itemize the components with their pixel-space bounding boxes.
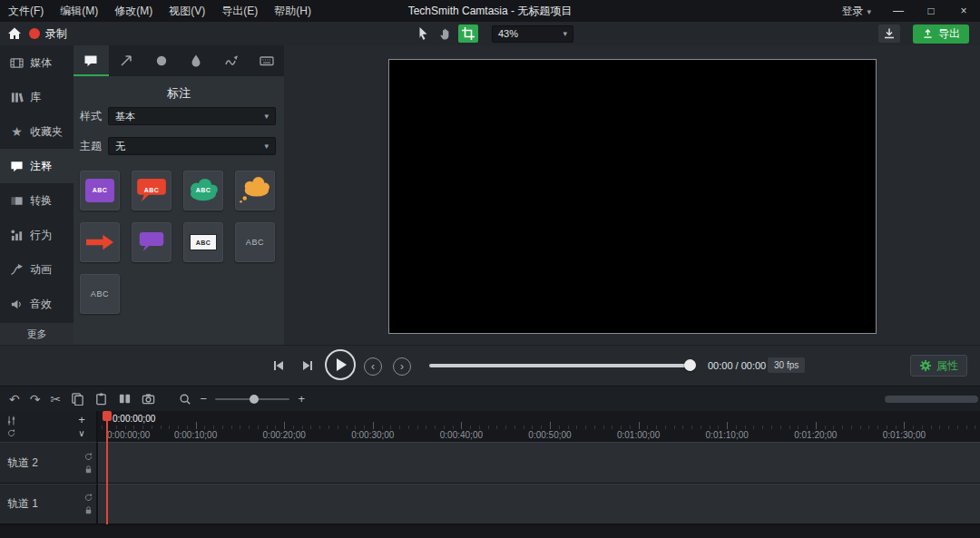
ruler-label: 0:00:10;00 [174,430,217,440]
sidebar-item-annotations[interactable]: 注释 [0,149,74,183]
playback-bar: ‹ › 00:00 / 00:00 30 fps 属性 [0,345,980,386]
timeline-scrollbar[interactable] [885,396,978,403]
ruler-label: 0:01:00;00 [617,430,660,440]
menu-edit[interactable]: 编辑(M) [52,0,106,22]
callout-thumb-arrow[interactable] [80,222,120,262]
seek-slider[interactable] [429,364,694,367]
camera-button[interactable] [142,392,155,406]
mixer-icon[interactable] [5,415,17,426]
style-dropdown[interactable]: 基本 ▾ [108,107,276,125]
arrow-right-shape [84,233,115,251]
zoom-out-button[interactable]: − [199,392,208,406]
loop-icon[interactable] [83,493,93,503]
tab-blur[interactable] [179,45,214,76]
download-button[interactable] [878,24,900,43]
timeline-zoom-slider[interactable] [215,398,289,400]
lock-icon[interactable] [83,465,93,474]
tab-sketch-motion[interactable] [214,45,250,76]
record-button[interactable]: 录制 [29,26,67,42]
ruler-label: 0:00:00;00 [107,430,150,440]
login-button[interactable]: 登录▾ [830,4,882,19]
playhead-handle[interactable] [103,411,112,421]
callout-thumb-text[interactable]: ABC [235,222,275,262]
canvas-zoom-dropdown[interactable]: 43% ▾ [492,25,573,43]
share-icon [922,28,934,40]
tab-callouts[interactable] [74,45,109,76]
callout-thumb-text-2[interactable]: ABC [80,274,120,314]
split-button[interactable] [118,392,132,406]
zoom-value: 43% [498,28,518,39]
menu-view[interactable]: 视图(V) [161,0,213,22]
chevron-down-icon: ▾ [867,7,871,16]
menu-file[interactable]: 文件(F) [0,0,52,22]
loop-icon[interactable] [83,452,93,462]
canvas-area [284,45,980,345]
menu-modify[interactable]: 修改(M) [106,0,161,22]
theme-dropdown[interactable]: 无 ▾ [108,137,276,155]
tab-shapes[interactable] [143,45,179,76]
maximize-button[interactable]: □ [915,0,947,22]
previous-frame-button[interactable] [269,356,289,376]
step-back-icon [271,358,286,373]
properties-button[interactable]: 属性 [910,355,967,377]
callout-thumb-speech-bubble[interactable]: ABC [132,171,172,210]
seek-handle[interactable] [684,359,696,371]
playhead-line[interactable] [106,411,108,524]
timeline-ruler[interactable]: 0:00:00;00 0:00:00;00 0:00:10;00 0:00:20… [98,411,980,442]
theme-label: 主题 [80,139,102,154]
tab-arrows[interactable] [109,45,144,76]
callout-thumb-cloud[interactable]: ABC [183,171,223,210]
timeline-zoom-handle[interactable] [250,395,259,404]
callout-thumb-speech-bubble-2[interactable] [132,222,172,262]
jump-back-button[interactable]: ‹ [364,357,382,376]
crop-icon [461,26,475,41]
track-2-lane[interactable] [98,442,980,484]
ruler-label: 0:01:20;00 [794,430,837,440]
crop-tool-button[interactable] [458,24,478,43]
sidebar-item-audio-effects[interactable]: 音效 [0,287,74,321]
animations-icon [10,263,24,277]
tab-keystrokes[interactable] [249,45,284,76]
menu-help[interactable]: 帮助(H) [266,0,319,22]
callout-thumb-thought-cloud[interactable] [235,171,275,210]
jump-forward-button[interactable]: › [393,357,411,376]
sidebar-item-library[interactable]: 库 [0,80,74,114]
loop-icon[interactable] [6,428,16,438]
sidebar-more-button[interactable]: 更多 [0,323,74,345]
copy-button[interactable] [71,392,84,406]
timeline-toolbar: ↶ ↷ ✂ − + [0,386,980,411]
add-track-button[interactable]: + [74,412,89,426]
text-box-shape: ABC [190,234,217,250]
lock-icon[interactable] [83,505,93,515]
callout-thumb-text-box[interactable]: ABC [183,222,223,262]
track-1-lane[interactable] [98,484,980,524]
cut-button[interactable]: ✂ [50,393,61,406]
collapse-tracks-button[interactable]: ∨ [74,426,89,440]
close-button[interactable]: × [947,0,980,22]
zoom-in-button[interactable]: + [297,392,306,406]
pan-tool-button[interactable] [436,24,456,43]
select-tool-button[interactable] [413,24,433,43]
play-icon [337,358,347,371]
sidebar-item-behaviors[interactable]: 行为 [0,218,74,252]
home-button[interactable] [7,26,22,41]
paste-button[interactable] [94,392,108,406]
menu-export[interactable]: 导出(E) [213,0,266,22]
next-frame-button[interactable] [298,356,318,376]
callout-thumb-rounded-rect[interactable]: ABC [80,171,120,210]
sketch-motion-icon [224,54,239,68]
video-preview[interactable] [388,59,877,334]
track-2-header[interactable]: 轨道 2 [0,442,98,484]
redo-button[interactable]: ↷ [30,393,41,406]
sidebar-item-animations[interactable]: 动画 [0,252,74,287]
ruler-label: 0:01:30;00 [883,430,926,440]
track-1-header[interactable]: 轨道 1 [0,484,98,524]
sidebar-item-favorites[interactable]: ★收藏夹 [0,114,74,149]
minimize-button[interactable]: — [882,0,915,22]
fps-badge: 30 fps [768,357,805,373]
undo-button[interactable]: ↶ [9,393,20,406]
export-button[interactable]: 导出 [913,24,969,44]
sidebar-item-transitions[interactable]: 转换 [0,183,74,218]
sidebar-item-media[interactable]: 媒体 [0,45,74,80]
play-button[interactable] [325,349,356,380]
